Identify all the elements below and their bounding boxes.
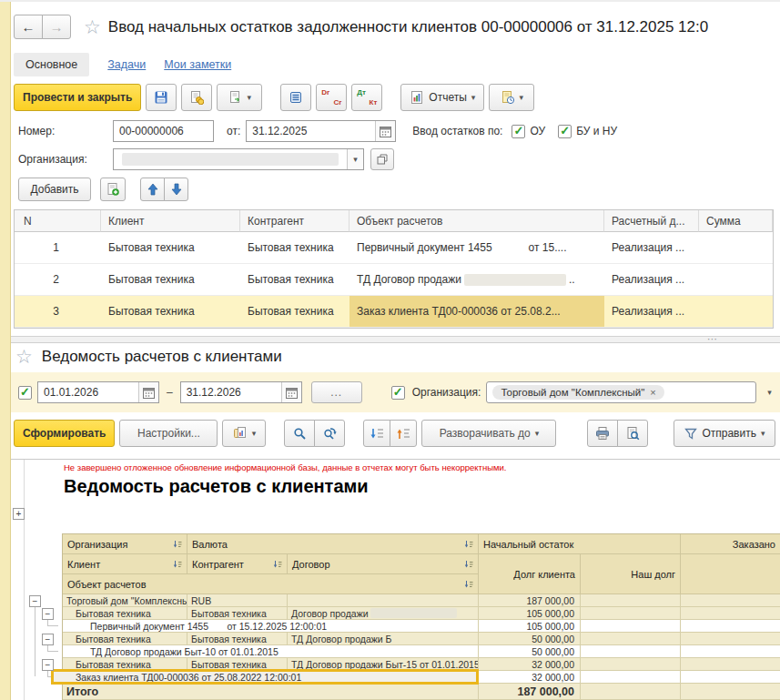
open-organization-button[interactable]	[370, 148, 394, 170]
document-register-button[interactable]	[280, 84, 311, 111]
tab-main[interactable]: Основное	[14, 53, 89, 76]
checkbox-ou[interactable]: ✓	[512, 125, 525, 138]
save-icon	[154, 90, 168, 105]
number-input[interactable]: 00-00000006	[113, 120, 214, 142]
date-from-field[interactable]: 01.01.2026	[37, 381, 159, 403]
post-document-button[interactable]	[181, 84, 212, 111]
col-header-object[interactable]: Объект расчетов	[349, 210, 604, 232]
add-row-button[interactable]: Добавить	[18, 178, 91, 201]
col-header-organization[interactable]: Организация	[63, 534, 187, 554]
collapse-group-box[interactable]: −	[42, 634, 54, 645]
collapse-groups-button[interactable]	[363, 420, 390, 447]
warning-message: Не завершено отложенное обновление инфор…	[64, 462, 506, 472]
register-list-icon	[289, 90, 303, 105]
date-to-field[interactable]: 31.12.2026	[180, 381, 302, 403]
window-title: Ввод начальных остатков задолженности кл…	[108, 18, 780, 36]
sort-icon[interactable]	[464, 540, 473, 549]
forward-button[interactable]: →	[42, 15, 71, 39]
sort-icon[interactable]	[173, 540, 182, 549]
calendar-icon[interactable]	[375, 121, 395, 141]
search-button[interactable]	[284, 420, 315, 447]
funnel-icon	[684, 428, 697, 440]
dr-cr-movements-button[interactable]: DrCr	[316, 84, 347, 111]
document-date-field[interactable]: 31.12.2025	[246, 120, 396, 142]
col-header-contractor[interactable]: Контрагент	[240, 210, 349, 232]
dr-cr-icon: DrCr	[321, 88, 341, 107]
col-header-client-debt[interactable]: Долг клиента	[479, 554, 581, 594]
col-header-contractor[interactable]: Контрагент	[187, 554, 288, 574]
report-group-row[interactable]: Бытовая техника Бытовая техника Договор …	[63, 607, 780, 620]
generate-report-button[interactable]: Сформировать	[14, 420, 115, 447]
save-button[interactable]	[146, 84, 177, 111]
expand-groups-button[interactable]	[390, 420, 417, 447]
col-header-client[interactable]: Клиент	[101, 210, 240, 232]
remove-tag-icon[interactable]: ×	[650, 387, 655, 398]
expand-to-button[interactable]: Разворачивать до ▾	[421, 420, 556, 447]
col-header-opening-balance[interactable]: Начальный остаток	[479, 534, 681, 554]
organization-tag[interactable]: Торговый дом "Комплексный" ×	[492, 385, 664, 400]
col-header-client[interactable]: Клиент	[63, 554, 187, 574]
period-checkbox[interactable]: ✓	[18, 386, 32, 400]
window-splitter[interactable]: ⋯	[0, 336, 780, 343]
send-button[interactable]: Отправить ▾	[674, 420, 775, 447]
checkbox-bu-nu[interactable]: ✓	[558, 125, 572, 138]
create-based-on-icon	[228, 90, 243, 105]
table-row[interactable]: 1 Бытовая техника Бытовая техника Первич…	[15, 232, 773, 264]
col-header-ordered-body	[681, 554, 780, 594]
calendar-icon[interactable]	[138, 382, 158, 402]
organization-dropdown-button[interactable]: ▾	[762, 382, 777, 402]
calendar-icon[interactable]	[281, 382, 301, 402]
col-header-ordered[interactable]: Заказано	[681, 534, 780, 554]
arrow-down-icon	[171, 183, 182, 196]
print-preview-button[interactable]	[617, 420, 648, 447]
table-row[interactable]: 2 Бытовая техника Бытовая техника ТД Дог…	[15, 264, 773, 296]
tab-my-notes[interactable]: Мои заметки	[164, 58, 231, 71]
sort-icon[interactable]	[464, 560, 473, 569]
document-clock-icon	[501, 90, 515, 105]
report-detail-row[interactable]: Первичный документ 1455 от 15.12.2025 12…	[63, 620, 780, 633]
sort-icon[interactable]	[464, 580, 473, 589]
organization-filter-checkbox[interactable]: ✓	[391, 386, 405, 400]
col-header-settlement-object[interactable]: Объект расчетов	[63, 574, 479, 594]
favorite-star-icon[interactable]: ☆	[15, 347, 33, 366]
dropdown-caret-icon[interactable]: ▾	[347, 149, 363, 169]
tab-tasks[interactable]: Задачи	[107, 58, 146, 71]
report-title: Ведомость расчетов с клиентами	[64, 476, 369, 497]
collapse-group-box[interactable]: −	[29, 595, 41, 607]
report-total-row[interactable]: Итого 187 000,00	[63, 684, 780, 700]
settings-button[interactable]: Настройки...	[119, 420, 218, 447]
move-down-button[interactable]	[164, 178, 188, 201]
print-button[interactable]	[587, 420, 618, 447]
col-header-our-debt[interactable]: Наш долг	[581, 554, 681, 594]
period-options-button[interactable]: ...	[311, 381, 362, 403]
col-header-n[interactable]: N	[15, 210, 101, 232]
col-header-settlement-doc[interactable]: Расчетный д...	[604, 210, 699, 232]
reports-button[interactable]: Отчеты ▾	[400, 84, 484, 111]
col-header-currency[interactable]: Валюта	[187, 534, 479, 554]
expand-all-box[interactable]: +	[13, 508, 25, 520]
copy-row-button[interactable]	[100, 178, 126, 201]
dt-kt-movements-button[interactable]: ДтКт	[351, 84, 382, 111]
report-group-row[interactable]: Бытовая техника Бытовая техника ТД Догов…	[63, 633, 780, 645]
forward-arrow-icon: →	[50, 19, 64, 35]
col-header-contract[interactable]: Договор	[288, 554, 479, 574]
create-based-on-button[interactable]: ▾	[217, 84, 262, 111]
sort-icon[interactable]	[273, 560, 282, 569]
organization-field[interactable]: ▾	[113, 148, 364, 170]
col-header-sum[interactable]: Сумма	[699, 210, 773, 232]
search-settings-button[interactable]	[314, 420, 345, 447]
collapse-group-box[interactable]: −	[42, 608, 54, 620]
scheduled-document-button[interactable]: ▾	[489, 84, 534, 111]
sort-icon[interactable]	[173, 560, 182, 569]
post-and-close-button[interactable]: Провести и закрыть	[14, 84, 141, 111]
report-variants-button[interactable]: ▾	[222, 420, 266, 447]
report-group-row[interactable]: Торговый дом "Комплексный" RUB 187 000,0…	[63, 594, 780, 607]
move-up-button[interactable]	[140, 178, 165, 201]
collapse-group-box[interactable]: −	[42, 659, 54, 671]
favorite-star-icon[interactable]: ☆	[84, 17, 101, 36]
organization-filter-field[interactable]: Торговый дом "Комплексный" ×	[486, 381, 756, 403]
back-button[interactable]: ←	[14, 15, 43, 39]
report-detail-row[interactable]: ТД Договор продажи Быт-10 от 01.01.2015 …	[63, 645, 780, 658]
selected-report-cell[interactable]: Заказ клиента ТД00-000036 от 25.08.2022 …	[51, 669, 479, 685]
table-row-selected[interactable]: 3 Бытовая техника Бытовая техника Заказ …	[15, 296, 773, 328]
